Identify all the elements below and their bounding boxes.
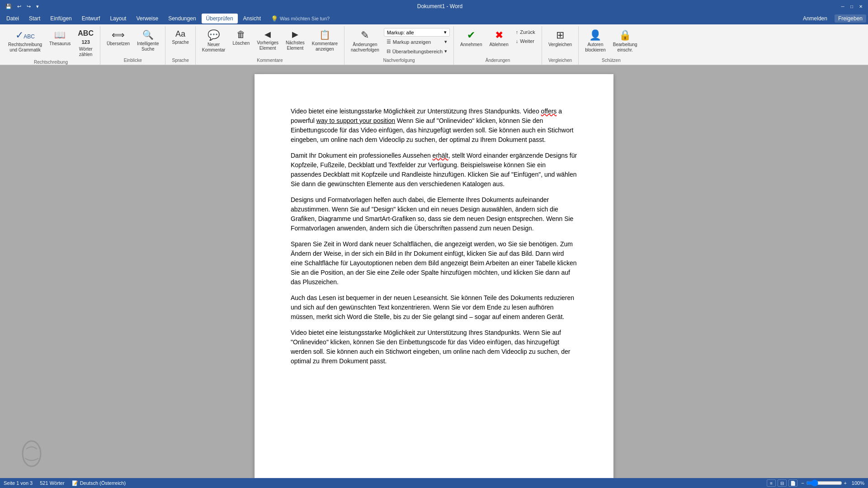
review-pane-icon: ⊟ bbox=[387, 48, 391, 54]
next-change-button[interactable]: ↓ Weiter bbox=[513, 37, 538, 45]
menu-ueberpruefen[interactable]: Überprüfen bbox=[202, 14, 238, 23]
markup-controls: Markup: alle ▾ ☰ Markup anzeigen ▾ ⊟ Übe… bbox=[384, 28, 450, 56]
print-layout-button[interactable]: ≡ bbox=[767, 479, 776, 487]
menu-datei[interactable]: Datei bbox=[2, 14, 24, 23]
document-page[interactable]: Video bietet eine leistungsstarke Möglic… bbox=[255, 74, 613, 478]
next-change-icon: ↓ bbox=[516, 38, 519, 44]
language-icon: Aa bbox=[175, 29, 185, 39]
menu-verweise[interactable]: Verweise bbox=[132, 14, 163, 23]
paragraph-1[interactable]: Video bietet eine leistungsstarke Möglic… bbox=[291, 107, 577, 145]
thesaurus-button[interactable]: 📖 Thesaurus bbox=[47, 28, 73, 48]
menu-bar: Datei Start Einfügen Entwurf Layout Verw… bbox=[0, 13, 868, 24]
close-button[interactable]: ✕ bbox=[857, 3, 864, 10]
group-label-schuetzen: Schützen bbox=[582, 57, 640, 65]
ribbon: ✓ABC Rechtschreibungund Grammatik 📖 Thes… bbox=[0, 24, 868, 65]
smart-search-icon: 🔍 bbox=[142, 29, 154, 40]
prev-change-icon: ↑ bbox=[516, 29, 519, 35]
prev-change-button[interactable]: ↑ Zurück bbox=[513, 28, 538, 36]
smart-search-button[interactable]: 🔍 IntelligenteSuche bbox=[134, 28, 161, 53]
show-markup-button[interactable]: ☰ Markup anzeigen ▾ bbox=[384, 38, 450, 46]
language-indicator: 📝 Deutsch (Österreich) bbox=[72, 480, 126, 486]
review-pane-button[interactable]: ⊟ Überarbeitungsbereich ▾ bbox=[384, 47, 450, 56]
markup-dropdown[interactable]: Markup: alle ▾ bbox=[384, 28, 450, 37]
ribbon-group-aenderungen: ✔ Annehmen ✖ Ablehnen ↑ Zurück ↓ Weiter bbox=[454, 26, 542, 65]
zoom-in-button[interactable]: + bbox=[844, 480, 847, 486]
delete-comment-button[interactable]: 🗑 Löschen bbox=[230, 28, 252, 47]
ribbon-group-vergleichen: ⊞ Vergleichen Vergleichen bbox=[542, 26, 579, 65]
logo-watermark bbox=[18, 440, 45, 470]
spell-check-icon: ✓ABC bbox=[15, 29, 35, 41]
ribbon-group-schuetzen: 👤 Autorenblockieren 🔒 Bearbeitungeinschr… bbox=[579, 26, 644, 65]
zoom-slider[interactable] bbox=[806, 479, 842, 487]
prev-comment-button[interactable]: ◀ VorherigesElement bbox=[254, 28, 281, 52]
quick-access-toolbar[interactable]: 💾 ↩ ↪ ▾ bbox=[4, 3, 41, 10]
paragraph-4[interactable]: Sparen Sie Zeit in Word dank neuer Schal… bbox=[291, 239, 577, 287]
menu-help[interactable]: 💡 Was möchten Sie tun? bbox=[266, 14, 334, 24]
menu-layout[interactable]: Layout bbox=[105, 14, 131, 23]
paragraph-6[interactable]: Video bietet eine leistungsstarke Möglic… bbox=[291, 328, 577, 366]
redo-icon[interactable]: ↪ bbox=[25, 3, 33, 10]
block-authors-button[interactable]: 👤 Autorenblockieren bbox=[582, 28, 609, 54]
group-label-aenderungen: Änderungen bbox=[458, 57, 538, 65]
share-button[interactable]: Freigeben bbox=[835, 14, 866, 23]
next-comment-button[interactable]: ▶ NächstesElement bbox=[283, 28, 307, 52]
nav-changes: ↑ Zurück ↓ Weiter bbox=[513, 28, 538, 45]
accept-icon: ✔ bbox=[467, 29, 475, 41]
status-bar: Seite 1 von 3 521 Wörter 📝 Deutsch (Öste… bbox=[0, 478, 868, 488]
title-bar: 💾 ↩ ↪ ▾ Dokument1 - Word ─ □ ✕ bbox=[0, 0, 868, 13]
ribbon-group-kommentare: 💬 NeuerKommentar 🗑 Löschen ◀ VorherigesE… bbox=[196, 26, 344, 65]
new-comment-button[interactable]: 💬 NeuerKommentar bbox=[199, 28, 228, 54]
window-title: Dokument1 - Word bbox=[41, 3, 839, 9]
spell-check-button[interactable]: ✓ABC Rechtschreibungund Grammatik bbox=[5, 28, 45, 54]
group-label-sprache: Sprache bbox=[169, 57, 191, 65]
menu-ansicht[interactable]: Ansicht bbox=[239, 14, 265, 23]
document-scroll[interactable]: Video bietet eine leistungsstarke Möglic… bbox=[0, 65, 868, 478]
undo-icon[interactable]: ↩ bbox=[15, 3, 23, 10]
zoom-out-button[interactable]: − bbox=[801, 480, 804, 486]
restrict-editing-button[interactable]: 🔒 Bearbeitungeinschr. bbox=[610, 28, 640, 54]
minimize-button[interactable]: ─ bbox=[839, 3, 846, 10]
phrase-way-to-support: way to support your position bbox=[316, 117, 395, 124]
delete-icon: 🗑 bbox=[236, 29, 245, 40]
language-button[interactable]: Aa Sprache bbox=[169, 28, 191, 47]
read-mode-button[interactable]: 📄 bbox=[788, 479, 797, 487]
signin-button[interactable]: Anmelden bbox=[799, 14, 831, 23]
maximize-button[interactable]: □ bbox=[848, 3, 855, 10]
ribbon-group-nachverfolgung: ✎ Änderungennachverfolgen Markup: alle ▾… bbox=[344, 26, 454, 65]
dropdown-arrow: ▾ bbox=[444, 29, 447, 35]
group-label-einblicke: Einblicke bbox=[104, 57, 162, 65]
quick-access-dropdown[interactable]: ▾ bbox=[34, 3, 41, 10]
paragraph-2[interactable]: Damit Ihr Dokument ein professionelles A… bbox=[291, 151, 577, 189]
status-bar-right: ≡ ⊟ 📄 − + 100% bbox=[767, 479, 864, 487]
accept-button[interactable]: ✔ Annehmen bbox=[458, 28, 485, 49]
menu-sendungen[interactable]: Sendungen bbox=[164, 14, 200, 23]
block-authors-icon: 👤 bbox=[589, 29, 601, 41]
next-icon: ▶ bbox=[292, 29, 298, 39]
prev-icon: ◀ bbox=[264, 29, 271, 39]
window-controls[interactable]: ─ □ ✕ bbox=[839, 3, 864, 10]
review-arrow: ▾ bbox=[444, 48, 447, 54]
menu-start[interactable]: Start bbox=[24, 14, 45, 23]
new-comment-icon: 💬 bbox=[208, 29, 220, 41]
view-buttons: ≡ ⊟ 📄 bbox=[767, 479, 797, 487]
reject-button[interactable]: ✖ Ablehnen bbox=[486, 28, 511, 49]
markup-arrow: ▾ bbox=[444, 39, 447, 45]
word-count-button[interactable]: ABC123 Wörterzählen bbox=[75, 28, 96, 59]
ribbon-group-sprache: Aa Sprache Sprache bbox=[165, 26, 195, 65]
menu-entwurf[interactable]: Entwurf bbox=[77, 14, 105, 23]
show-markup-icon: ☰ bbox=[387, 39, 391, 45]
language-icon: 📝 bbox=[72, 480, 78, 486]
menu-einfuegen[interactable]: Einfügen bbox=[46, 14, 76, 23]
paragraph-5[interactable]: Auch das Lesen ist bequemer in der neuen… bbox=[291, 293, 577, 322]
compare-button[interactable]: ⊞ Vergleichen bbox=[546, 28, 575, 49]
group-label-vergleichen: Vergleichen bbox=[546, 57, 575, 65]
web-layout-button[interactable]: ⊟ bbox=[778, 479, 787, 487]
show-comments-button[interactable]: 📋 Kommentareanzeigen bbox=[309, 28, 340, 53]
ribbon-group-einblicke: ⟺ Übersetzen 🔍 IntelligenteSuche Einblic… bbox=[100, 26, 166, 65]
save-icon[interactable]: 💾 bbox=[4, 3, 14, 10]
track-changes-button[interactable]: ✎ Änderungennachverfolgen bbox=[348, 28, 382, 54]
translate-button[interactable]: ⟺ Übersetzen bbox=[104, 28, 132, 48]
ribbon-group-rechtschreibung: ✓ABC Rechtschreibungund Grammatik 📖 Thes… bbox=[2, 26, 100, 65]
zoom-level: 100% bbox=[849, 480, 864, 486]
paragraph-3[interactable]: Designs und Formatvorlagen helfen auch d… bbox=[291, 195, 577, 233]
